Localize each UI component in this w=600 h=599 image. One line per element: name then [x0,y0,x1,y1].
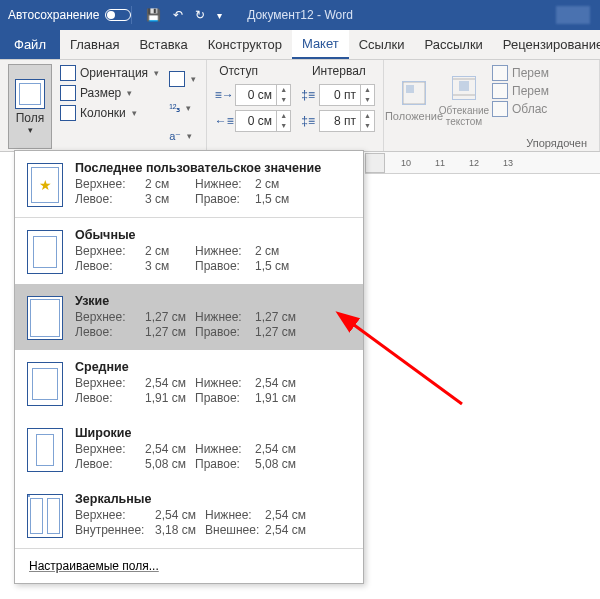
margins-label: Поля [16,111,45,125]
space-before-input[interactable]: 0 пт▲▼ [319,84,375,106]
ribbon: Поля ▾ Ориентация Размер Колонки ¹²₃ a⁻ … [0,60,600,152]
send-backward-button[interactable]: Перем [492,82,549,100]
columns-icon [60,105,76,121]
orientation-button[interactable]: Ориентация [58,64,161,82]
margins-mirror-icon [27,494,63,538]
quick-access-toolbar: 💾 ↶ ↻ ▾ [146,8,222,22]
margins-option-last[interactable]: ★ Последнее пользовательское значение Ве… [15,151,363,218]
margins-last-icon: ★ [27,163,63,207]
group-paragraph: Отступ Интервал ≡→ 0 см▲▼ ←≡ 0 см▲▼ [207,60,384,151]
margins-button[interactable]: Поля ▾ [8,64,52,149]
margins-wide-icon [27,428,63,472]
wrap-text-button[interactable]: Обтекание текстом [442,64,486,135]
user-account-icon[interactable] [556,6,590,24]
space-after-input[interactable]: 8 пт▲▼ [319,110,375,132]
tab-file[interactable]: Файл [0,30,60,59]
tab-layout[interactable]: Макет [292,30,349,59]
autosave-label: Автосохранение [8,8,99,22]
title-bar: Автосохранение 💾 ↶ ↻ ▾ Документ12 - Word [0,0,600,30]
space-before-icon: ‡≡ [299,86,317,104]
indent-right-input[interactable]: 0 см▲▼ [235,110,291,132]
margins-normal-icon [27,230,63,274]
ribbon-tabs: Файл Главная Вставка Конструктор Макет С… [0,30,600,60]
indent-header: Отступ [219,64,258,78]
indent-left-input[interactable]: 0 см▲▼ [235,84,291,106]
group-page-setup: Поля ▾ Ориентация Размер Колонки ¹²₃ a⁻ [0,60,207,151]
group-arrange: Положение Обтекание текстом Перем Перем … [384,60,600,151]
tab-review[interactable]: Рецензирование [493,30,600,59]
margins-option-normal[interactable]: Обычные Верхнее:2 смНижнее:2 см Левое:3 … [15,218,363,284]
save-icon[interactable]: 💾 [146,8,161,22]
toggle-switch-icon[interactable] [105,9,131,21]
tab-home[interactable]: Главная [60,30,129,59]
margins-medium-icon [27,362,63,406]
columns-button[interactable]: Колонки [58,104,161,122]
group-arrange-label: Упорядочен [392,137,591,149]
breaks-icon [169,71,185,87]
qat-dropdown-icon[interactable]: ▾ [217,10,222,21]
margins-option-medium[interactable]: Средние Верхнее:2,54 смНижнее:2,54 см Ле… [15,350,363,416]
tab-mailings[interactable]: Рассылки [414,30,492,59]
margins-option-wide[interactable]: Широкие Верхнее:2,54 смНижнее:2,54 см Ле… [15,416,363,482]
position-icon [399,78,429,108]
tab-insert[interactable]: Вставка [129,30,197,59]
orientation-icon [60,65,76,81]
selection-pane-icon [492,101,508,117]
autosave-toggle[interactable]: Автосохранение [8,8,131,22]
document-area: 10111213 [365,152,600,599]
tab-design[interactable]: Конструктор [198,30,292,59]
margins-narrow-icon [27,296,63,340]
margins-option-narrow[interactable]: Узкие Верхнее:1,27 смНижнее:1,27 см Лево… [15,284,363,350]
indent-right-icon: ←≡ [215,112,233,130]
margins-icon [15,79,45,109]
svg-rect-1 [406,85,414,93]
tab-references[interactable]: Ссылки [349,30,415,59]
interval-header: Интервал [312,64,366,78]
undo-icon[interactable]: ↶ [173,8,183,22]
margins-dropdown: ★ Последнее пользовательское значение Ве… [14,150,364,584]
position-button[interactable]: Положение [392,64,436,135]
bring-forward-icon [492,65,508,81]
space-after-icon: ‡≡ [299,112,317,130]
wrap-text-icon [449,73,479,103]
send-backward-icon [492,83,508,99]
horizontal-ruler[interactable]: 10111213 [365,152,600,174]
hyphenation-button[interactable]: a⁻ [167,129,198,144]
breaks-button[interactable] [167,70,198,88]
selection-pane-button[interactable]: Облас [492,100,549,118]
size-icon [60,85,76,101]
ruler-corner-icon[interactable] [365,153,385,173]
svg-rect-0 [403,82,425,104]
margins-custom-button[interactable]: Настраиваемые поля... [15,549,363,583]
line-numbers-button[interactable]: ¹²₃ [167,101,198,116]
document-title: Документ12 - Word [247,8,353,22]
bring-forward-button[interactable]: Перем [492,64,549,82]
margins-option-mirror[interactable]: Зеркальные Верхнее:2,54 смНижнее:2,54 см… [15,482,363,549]
svg-rect-2 [459,81,469,91]
indent-left-icon: ≡→ [215,86,233,104]
size-button[interactable]: Размер [58,84,161,102]
redo-icon[interactable]: ↻ [195,8,205,22]
chevron-down-icon: ▾ [28,125,33,135]
